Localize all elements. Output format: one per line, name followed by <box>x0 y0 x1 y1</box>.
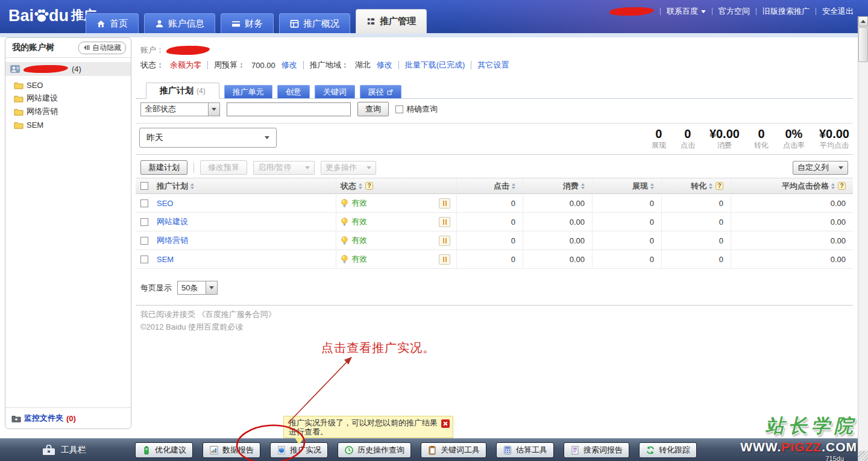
row-checkbox[interactable] <box>140 237 148 245</box>
date-range-select[interactable]: 昨天 <box>139 128 277 148</box>
row-checkbox[interactable] <box>140 218 148 226</box>
plan-name-link[interactable]: SEO <box>153 194 336 212</box>
logout-link[interactable]: 安全退出 <box>822 6 854 17</box>
sort-icon[interactable] <box>581 183 585 189</box>
keyword-tool-button[interactable]: 关键词工具 <box>421 442 486 458</box>
custom-columns-select[interactable]: 自定义列 <box>793 161 848 175</box>
pause-button[interactable] <box>439 217 450 227</box>
vertical-scrollbar[interactable] <box>858 16 868 461</box>
scroll-up-button[interactable] <box>858 16 868 27</box>
col-impressions: 展现 <box>632 181 648 192</box>
must-read-link[interactable]: 使用百度前必读 <box>188 322 243 331</box>
new-plan-button[interactable]: 新建计划 <box>140 160 187 175</box>
estimate-tool-button[interactable]: 估算工具 <box>496 442 554 458</box>
folder-item-network-marketing[interactable]: 网络营销 <box>14 105 131 118</box>
monitor-folder-link[interactable]: 监控文件夹 (0) <box>5 407 131 428</box>
chevron-down-icon <box>209 286 214 289</box>
row-checkbox[interactable] <box>140 199 148 207</box>
tab-creative[interactable]: 创意 <box>277 85 310 98</box>
optimize-suggestion-button[interactable]: 优化建议 <box>135 442 193 458</box>
exact-query-checkbox[interactable] <box>395 105 403 113</box>
clock-icon <box>344 445 354 455</box>
sort-icon[interactable] <box>512 183 515 189</box>
dropdown-arrow-button[interactable] <box>206 281 218 295</box>
data-report-button[interactable]: 数据报告 <box>203 442 260 458</box>
pause-button[interactable] <box>439 236 450 246</box>
budget-label: 周预算： <box>214 60 245 71</box>
sort-icon[interactable] <box>650 183 654 189</box>
scrollbar-corner-grip[interactable] <box>858 451 868 461</box>
help-icon[interactable] <box>365 182 373 190</box>
list-icon <box>366 17 376 26</box>
exact-query-option[interactable]: 精确查询 <box>395 104 438 114</box>
legacy-search-link[interactable]: 旧版搜索推广 <box>763 6 810 17</box>
help-icon[interactable] <box>715 182 723 190</box>
official-space-link[interactable]: 官方空间 <box>719 6 750 17</box>
sort-icon[interactable] <box>359 183 362 189</box>
nav-tab-account-info[interactable]: 账户信息 <box>144 13 215 33</box>
more-operations-label: 更多操作 <box>326 162 357 173</box>
nav-tab-finance[interactable]: 财务 <box>221 13 274 33</box>
cell-clicks: 0 <box>456 213 523 231</box>
separator <box>471 61 471 69</box>
account-tree-root[interactable]: (4) <box>5 62 131 76</box>
tab-label: 推广单元 <box>233 87 264 98</box>
sort-icon[interactable] <box>190 183 194 189</box>
folder-item-seo[interactable]: SEO <box>14 78 131 92</box>
plan-name-link[interactable]: 网络营销 <box>153 231 336 249</box>
upgrade-tooltip: 推广实况升级了，可以对您以前的推广结果进行查看。 <box>283 416 453 438</box>
select-all-checkbox[interactable] <box>140 182 148 190</box>
copyright-line: ©2012 Baidu 使用百度前必读 <box>140 322 243 333</box>
modify-budget-button[interactable]: 修改预算 <box>200 160 247 175</box>
status-filter-value: 全部状态 <box>140 102 209 116</box>
region-modify-link[interactable]: 修改 <box>377 60 392 71</box>
chevron-down-icon <box>701 10 706 13</box>
contact-baidu-link[interactable]: 联系百度 <box>667 6 706 17</box>
nav-tab-home[interactable]: 首页 <box>86 13 139 33</box>
enable-pause-select[interactable]: 启用/暂停 <box>253 161 315 175</box>
conversion-tracking-button[interactable]: 转化跟踪 <box>639 442 697 458</box>
sort-icon[interactable] <box>709 183 712 189</box>
query-button[interactable]: 查询 <box>357 102 389 116</box>
more-operations-select[interactable]: 更多操作 <box>321 161 376 175</box>
tab-promotion-unit[interactable]: 推广单元 <box>224 85 272 98</box>
batch-download-link[interactable]: 批量下载(已完成) <box>405 60 465 71</box>
help-icon[interactable] <box>838 182 846 190</box>
plan-name-link[interactable]: 网站建设 <box>153 213 336 231</box>
sort-icon[interactable] <box>831 183 835 189</box>
tab-xijing[interactable]: 蹊径 <box>360 85 401 98</box>
contract-link[interactable]: 《百度推广服务合同》 <box>198 310 276 319</box>
status-filter-select[interactable]: 全部状态 <box>140 102 220 116</box>
page-size-value: 50条 <box>177 281 206 295</box>
nav-tab-promotion-management[interactable]: 推广管理 <box>356 9 427 33</box>
bulb-active-icon <box>341 218 348 227</box>
pause-button[interactable] <box>439 198 450 209</box>
nav-tab-overview[interactable]: 推广概况 <box>279 13 350 33</box>
tab-promotion-plan[interactable]: 推广计划 (4) <box>146 83 219 99</box>
plan-name-link[interactable]: SEM <box>153 250 336 268</box>
calculator-icon <box>503 445 512 455</box>
auto-hide-button[interactable]: 自动隐藏 <box>78 42 126 54</box>
cell-impressions: 0 <box>592 250 661 268</box>
separator <box>398 61 399 69</box>
search-term-report-button[interactable]: 搜索词报告 <box>564 442 629 458</box>
budget-modify-link[interactable]: 修改 <box>281 60 297 71</box>
page-size-select[interactable]: 50条 <box>177 281 218 295</box>
pause-button[interactable] <box>439 254 450 265</box>
history-query-button[interactable]: 历史操作查询 <box>338 442 411 458</box>
row-checkbox[interactable] <box>140 256 148 263</box>
chevron-down-icon <box>366 166 371 169</box>
scrollbar-thumb[interactable] <box>858 27 868 62</box>
folder-item-sem[interactable]: SEM <box>14 118 131 131</box>
folder-item-website-build[interactable]: 网站建设 <box>14 92 131 105</box>
dropdown-arrow-button[interactable] <box>209 102 220 116</box>
tab-keywords[interactable]: 关键词 <box>315 85 355 98</box>
other-settings-link[interactable]: 其它设置 <box>477 60 509 71</box>
copyright-text: ©2012 Baidu <box>140 322 186 331</box>
close-icon[interactable] <box>441 419 450 428</box>
folder-label: SEM <box>27 121 43 130</box>
live-preview-icon <box>277 445 286 455</box>
search-input[interactable] <box>227 102 351 116</box>
logo-text-du: du <box>49 4 69 28</box>
cell-clicks: 0 <box>456 250 523 268</box>
